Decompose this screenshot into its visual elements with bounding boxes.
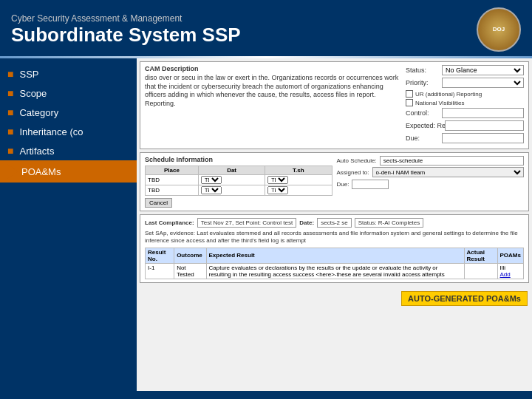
col-poams: POAMs [497,248,523,263]
poams-value: Illi [500,265,521,271]
sidebar-item-ssp[interactable]: ■ SSP [0,64,137,83]
control-label: Control: [406,109,439,117]
assigned-label: Assigned to: [337,169,369,176]
col-expected-result: Expected Result [206,248,464,263]
expected-result-input[interactable] [445,120,524,131]
expected-result-label: Expected: Result [406,122,442,129]
due-row: Due: [406,133,524,143]
arrow-icon [7,164,18,179]
add-link[interactable]: Add [500,271,521,278]
priority-row: Priority: [406,78,524,88]
due-input[interactable] [442,133,524,143]
control-input[interactable] [442,108,524,118]
top-dialog-right: Status: No Glance Priority: UR (additi [406,65,524,146]
cell-tsh: TBC [265,175,332,185]
col-tsh: T.sh [265,166,332,175]
auto-schedule-value: sects-schedule [380,156,524,166]
table-row: TBD TBD TBC [146,175,332,185]
checkbox1[interactable] [406,90,413,98]
sidebar-item-label: POA&Ms [21,166,61,177]
due-row-2: Due: [337,180,525,189]
poams-cell: Illi Add [497,263,523,279]
status-value: Status: R-AI Completes [355,218,424,228]
due-label: Due: [406,134,439,142]
priority-select[interactable] [442,78,524,88]
cancel-button[interactable]: Cancel [145,198,172,208]
schedule-title: Schedule Information [145,156,332,163]
due-input-2[interactable] [352,180,389,189]
form-section: CAM Description diso over or secu in the… [137,58,532,391]
header: Cyber Security Assessment & Management S… [0,0,532,56]
auto-schedule-label: Auto Schedule: [337,157,377,164]
assigned-select[interactable]: o-den-i NAM tleam [372,167,524,177]
status-label: Status: [406,66,439,74]
header-subtitle: Cyber Security Assessment & Management [11,13,241,24]
due-label-2: Due: [337,181,349,188]
cell-dat: TBD [198,175,265,185]
actual-result [464,263,497,279]
dat-select[interactable]: TBD [201,176,222,184]
header-title: Subordinate System SSP [11,24,241,47]
sidebar-item-artifacts[interactable]: ■ Artifacts [0,141,137,160]
bullet-icon: ■ [7,68,13,80]
content-area: CAM Description diso over or secu in the… [137,58,532,391]
cell-place: TBD [146,175,199,185]
bottom-section: Last Compliance: Test Nov 27, Set Point:… [140,214,529,283]
col-dat: Dat [198,166,265,175]
auto-schedule-row: Auto Schedule: sects-schedule [337,156,525,166]
sidebar-item-poaems[interactable]: POA&Ms [0,160,137,183]
col-place: Place [146,166,199,175]
schedule-section: Schedule Information Place Dat T.sh TBD [140,152,529,211]
cell-tsh: TBC [265,185,332,196]
table-row: TBD TBD TBC [146,185,332,196]
expected-result-row: Expected: Result [406,120,524,131]
sidebar-item-inheritance[interactable]: ■ Inheritance (co [0,122,137,141]
last-compliance-label: Last Compliance: [145,219,194,226]
description-text: diso over or secu in the law or exert in… [145,74,401,109]
control-row: Control: [406,108,524,118]
bullet-icon: ■ [7,145,13,157]
bullet-icon: ■ [7,106,13,118]
date-label: Date: [299,219,314,226]
sidebar-item-category[interactable]: ■ Category [0,103,137,122]
tsh-select2[interactable]: TBC [267,186,288,194]
schedule-right: Auto Schedule: sects-schedule Assigned t… [337,156,525,208]
checkbox1-label: UR (additional) Reporting [415,91,482,98]
cell-dat: TBD [198,185,265,196]
last-compliance-value: Test Nov 27, Set Point: Control test [197,218,297,228]
results-table: Result No. Outcome Expected Result Actua… [145,248,524,279]
status-row: Status: No Glance [406,65,524,75]
last-compliance-row: Last Compliance: Test Nov 27, Set Point:… [145,218,524,228]
schedule-table: Place Dat T.sh TBD TBD TBC [145,166,332,196]
sidebar-item-label: Artifacts [19,146,54,157]
dat-select2[interactable]: TBD [201,186,222,194]
result-row: I-1 Not Tested Capture evaluates or decl… [146,263,524,279]
top-dialog-left: CAM Description diso over or secu in the… [145,65,401,146]
main-layout: ■ SSP ■ Scope ■ Category ■ Inheritance (… [0,58,532,391]
assigned-row: Assigned to: o-den-i NAM tleam [337,167,525,177]
tsh-select[interactable]: TBC [267,176,288,184]
bullet-icon: ■ [7,87,13,99]
checkbox2[interactable] [406,99,413,106]
doj-logo: DOJ [477,7,521,52]
checkbox2-row: National Visibilities [406,99,524,106]
col-actual-result: Actual Result [464,248,497,263]
auto-generated-banner: AUTO-GENERATED POA&Ms [401,291,528,306]
compliance-description: Set SAp, evidence: Last evaluates stemme… [145,230,524,245]
sidebar-item-scope[interactable]: ■ Scope [0,83,137,103]
top-dialog: CAM Description diso over or secu in the… [140,61,529,149]
checkbox1-row: UR (additional) Reporting [406,90,524,98]
expected-result: Capture evaluates or declarations by the… [206,263,464,279]
sidebar: ■ SSP ■ Scope ■ Category ■ Inheritance (… [0,58,137,391]
sidebar-item-label: Category [19,107,58,118]
col-outcome: Outcome [174,248,206,263]
header-text-block: Cyber Security Assessment & Management S… [11,13,241,47]
status-select[interactable]: No Glance [442,65,524,75]
bullet-icon: ■ [7,126,13,137]
col-result-no: Result No. [146,248,174,263]
description-label: CAM Description [145,65,401,72]
priority-label: Priority: [406,79,439,86]
schedule-left: Schedule Information Place Dat T.sh TBD [145,156,332,208]
sidebar-item-label: SSP [19,69,38,80]
checkbox2-label: National Visibilities [415,100,465,106]
